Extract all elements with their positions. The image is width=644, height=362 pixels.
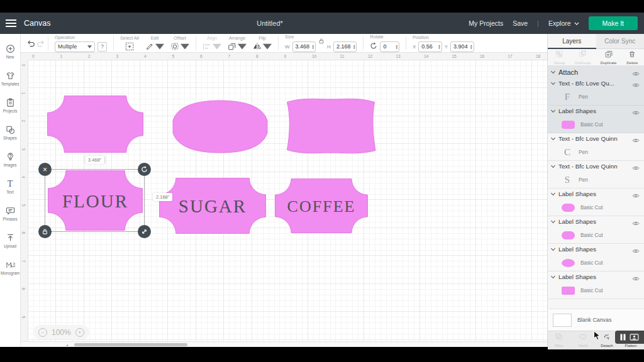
- group-button[interactable]: Group: [554, 50, 565, 65]
- select-all-button[interactable]: [125, 42, 134, 51]
- visibility-toggle[interactable]: [631, 80, 640, 87]
- scrollbar-thumb[interactable]: [74, 343, 187, 346]
- offset-button[interactable]: [170, 42, 189, 51]
- layer-row[interactable]: Label ShapesBasic Cut: [548, 244, 644, 272]
- chevron-down-icon[interactable]: [551, 246, 555, 251]
- chevron-down-icon[interactable]: [551, 191, 555, 195]
- visibility-toggle[interactable]: [631, 191, 640, 197]
- make-it-button[interactable]: Make It: [589, 16, 638, 30]
- selection-box[interactable]: × 3.468" 2.168": [45, 169, 145, 232]
- sidebar-item-text[interactable]: TText: [0, 173, 21, 200]
- width-input[interactable]: 3.468 ▴▾: [292, 41, 316, 52]
- layer-operation-row[interactable]: Basic Cut: [548, 255, 644, 271]
- stepper-icon[interactable]: ▴▾: [470, 44, 472, 50]
- edit-button[interactable]: [145, 42, 164, 51]
- sidebar-item-new[interactable]: New: [0, 38, 21, 65]
- layer-row[interactable]: Label ShapesBasic Cut: [548, 106, 644, 133]
- chevron-down-icon[interactable]: [551, 108, 555, 112]
- layer-operation-row[interactable]: Basic Cut: [548, 227, 644, 243]
- flip-button[interactable]: [253, 42, 272, 51]
- undo-button[interactable]: [27, 39, 36, 48]
- slice-button[interactable]: Slice: [551, 333, 567, 348]
- redo-button[interactable]: [36, 39, 45, 48]
- layer-row-header[interactable]: Label Shapes: [548, 244, 644, 255]
- align-button[interactable]: [203, 42, 221, 51]
- help-button[interactable]: ?: [97, 42, 107, 52]
- visibility-toggle[interactable]: [631, 108, 640, 114]
- layer-row[interactable]: Label ShapesBasic Cut: [548, 272, 644, 299]
- tab-layers[interactable]: Layers: [548, 34, 596, 49]
- sidebar-item-images[interactable]: Images: [0, 146, 21, 173]
- design-canvas[interactable]: FLOURSUGARCOFFEE × 3.468" 2.168" − 100: [28, 60, 547, 341]
- chevron-down-icon[interactable]: [551, 274, 555, 278]
- save-link[interactable]: Save: [513, 19, 528, 27]
- blank-canvas-row[interactable]: Blank Canvas: [548, 309, 644, 331]
- pause-icon[interactable]: [620, 334, 626, 341]
- layer-row-header[interactable]: Label Shapes: [548, 189, 644, 199]
- stepper-icon[interactable]: ▴▾: [396, 44, 397, 50]
- layer-color-swatch[interactable]: [562, 204, 575, 212]
- layer-color-swatch[interactable]: [562, 287, 575, 295]
- resize-handle[interactable]: [138, 225, 151, 238]
- layer-row[interactable]: Text - Bfc Love QuinnCPen: [548, 133, 644, 161]
- label-shape[interactable]: [173, 101, 267, 153]
- layer-row[interactable]: Text - Bfc Love Qu...FPen: [548, 78, 644, 106]
- layer-row[interactable]: Label ShapesBasic Cut: [548, 189, 644, 216]
- deselect-handle[interactable]: ×: [38, 163, 52, 176]
- label-shape[interactable]: [47, 96, 143, 153]
- chevron-down-icon[interactable]: [551, 69, 555, 74]
- sidebar-item-upload[interactable]: Upload: [0, 227, 21, 254]
- tab-color-sync[interactable]: Color Sync: [596, 34, 644, 49]
- operation-select[interactable]: Multiple: [55, 41, 95, 52]
- chevron-down-icon[interactable]: [551, 219, 555, 223]
- chevron-down-icon[interactable]: [551, 136, 555, 140]
- layer-operation-row[interactable]: FPen: [548, 89, 644, 105]
- layer-group-header[interactable]: Attach: [548, 66, 644, 78]
- layer-operation-row[interactable]: SPen: [548, 172, 644, 188]
- sidebar-item-templates[interactable]: Templates: [0, 65, 21, 92]
- layer-row-header[interactable]: Text - Bfc Love Quinn: [548, 133, 644, 144]
- arrange-button[interactable]: [228, 42, 247, 51]
- explore-menu[interactable]: Explore: [548, 19, 579, 27]
- my-projects-link[interactable]: My Projects: [469, 19, 503, 27]
- rotate-handle[interactable]: [138, 163, 151, 176]
- size-lock-button[interactable]: [318, 36, 325, 47]
- layer-row[interactable]: Label ShapesBasic Cut: [548, 216, 644, 244]
- visibility-toggle[interactable]: [631, 274, 640, 280]
- layer-operation-row[interactable]: Basic Cut: [548, 199, 644, 216]
- stepper-icon[interactable]: ▴▾: [313, 44, 314, 50]
- visibility-toggle[interactable]: [631, 246, 640, 253]
- visibility-toggle[interactable]: [631, 69, 640, 75]
- duplicate-button[interactable]: Duplicate: [601, 50, 617, 65]
- weld-button[interactable]: Weld: [575, 333, 591, 348]
- rotate-input[interactable]: 0 ▴▾: [380, 41, 399, 52]
- layer-row-header[interactable]: Text - Bfc Love Quinn: [548, 161, 644, 172]
- layer-color-swatch[interactable]: [562, 121, 575, 129]
- sidebar-item-shapes[interactable]: Shapes: [0, 119, 21, 146]
- ungroup-button[interactable]: UnGroup: [575, 50, 591, 65]
- layer-color-swatch[interactable]: [562, 259, 575, 267]
- delete-button[interactable]: Delete: [626, 50, 638, 65]
- blank-canvas-swatch[interactable]: [553, 314, 572, 327]
- layer-row-header[interactable]: Label Shapes: [548, 272, 644, 282]
- sidebar-item-phrases[interactable]: Phrases: [0, 200, 21, 227]
- layer-color-swatch[interactable]: [562, 231, 575, 239]
- layer-row-header[interactable]: Label Shapes: [548, 216, 644, 227]
- layer-row-header[interactable]: Text - Bfc Love Qu...: [548, 78, 644, 89]
- visibility-toggle[interactable]: [631, 163, 640, 170]
- position-y-input[interactable]: 3.904 ▴▾: [450, 41, 474, 52]
- stepper-icon[interactable]: ▴▾: [438, 44, 440, 50]
- layer-row-header[interactable]: Label Shapes: [548, 106, 644, 116]
- horizontal-scrollbar[interactable]: ◂: [21, 341, 547, 347]
- layer-operation-row[interactable]: CPen: [548, 144, 644, 160]
- stepper-icon[interactable]: ▴▾: [353, 44, 355, 50]
- visibility-toggle[interactable]: [631, 219, 640, 225]
- zoom-in-button[interactable]: +: [75, 328, 84, 337]
- layer-row[interactable]: Text - Bfc Love QuinnSPen: [548, 161, 644, 189]
- picture-in-picture-icon[interactable]: [630, 334, 639, 341]
- sidebar-item-projects[interactable]: Projects: [0, 92, 21, 119]
- zoom-out-button[interactable]: −: [38, 328, 47, 337]
- height-input[interactable]: 2.168 ▴▾: [333, 41, 357, 52]
- detach-button[interactable]: Detach: [599, 333, 615, 348]
- label-shape[interactable]: [284, 96, 377, 156]
